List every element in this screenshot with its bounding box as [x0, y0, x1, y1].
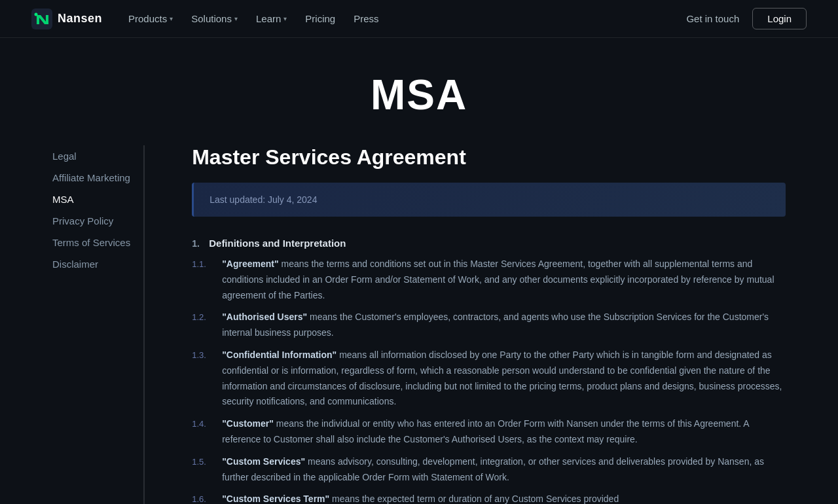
- page-title: MSA: [0, 71, 838, 119]
- subsection-term: "Custom Services Term": [222, 494, 329, 504]
- subsection-number: 1.2.: [192, 310, 215, 341]
- nav-links: Products ▾ Solutions ▾ Learn ▾ Pricing: [128, 13, 379, 24]
- logo[interactable]: Nansen: [31, 9, 102, 29]
- subsection-term: "Authorised Users": [222, 312, 307, 322]
- subsection-text: "Customer" means the individual or entit…: [222, 416, 786, 448]
- section-number: 1.: [192, 238, 205, 249]
- subsection-item: 1.4."Customer" means the individual or e…: [192, 416, 786, 448]
- subsection-term: "Confidential Information": [222, 350, 337, 360]
- svg-point-1: [35, 12, 38, 16]
- content-title: Master Services Agreement: [192, 145, 786, 170]
- chevron-down-icon: ▾: [170, 15, 173, 22]
- content-area: Master Services Agreement Last updated: …: [192, 145, 786, 504]
- subsection-text: "Custom Services Term" means the expecte…: [222, 492, 619, 504]
- subsection-term: "Agreement": [222, 259, 278, 269]
- last-updated-text: Last updated: July 4, 2024: [210, 194, 317, 205]
- nav-item-products[interactable]: Products ▾: [128, 13, 173, 24]
- navbar-right: Get in touch Login: [686, 8, 807, 29]
- subsection-term: "Customer": [222, 418, 274, 429]
- sidebar-item-msa[interactable]: MSA: [52, 189, 130, 210]
- subsection-text: "Confidential Information" means all inf…: [222, 348, 786, 410]
- subsection-item: 1.2."Authorised Users" means the Custome…: [192, 310, 786, 341]
- sidebar: Legal Affiliate Marketing MSA Privacy Po…: [52, 145, 143, 504]
- sidebar-divider: [143, 145, 145, 504]
- nav-link-learn[interactable]: Learn ▾: [256, 13, 287, 24]
- brand-name: Nansen: [58, 12, 102, 26]
- sidebar-item-terms-of-services[interactable]: Terms of Services: [52, 232, 130, 253]
- last-updated-box: Last updated: July 4, 2024: [192, 183, 786, 217]
- section-item: 1. Definitions and Interpretation 1.1."A…: [192, 238, 786, 504]
- subsection-item: 1.5."Custom Services" means advisory, co…: [192, 454, 786, 486]
- subsections-list: 1.1."Agreement" means the terms and cond…: [192, 257, 786, 504]
- nav-link-pricing[interactable]: Pricing: [305, 13, 335, 24]
- chevron-down-icon: ▾: [234, 15, 238, 22]
- subsection-number: 1.4.: [192, 416, 215, 448]
- page-title-section: MSA: [0, 38, 838, 145]
- chevron-down-icon: ▾: [283, 15, 287, 22]
- subsection-text: "Custom Services" means advisory, consul…: [222, 454, 786, 486]
- subsection-number: 1.1.: [192, 257, 215, 303]
- get-in-touch-link[interactable]: Get in touch: [686, 13, 739, 24]
- sidebar-item-disclaimer[interactable]: Disclaimer: [52, 253, 130, 275]
- subsection-item: 1.1."Agreement" means the terms and cond…: [192, 257, 786, 303]
- subsection-term: "Custom Services": [222, 456, 305, 467]
- login-button[interactable]: Login: [752, 8, 807, 29]
- navbar-left: Nansen Products ▾ Solutions ▾ Learn ▾: [31, 9, 379, 29]
- navbar: Nansen Products ▾ Solutions ▾ Learn ▾: [0, 0, 838, 38]
- section-heading: 1. Definitions and Interpretation: [192, 238, 786, 249]
- nav-item-press[interactable]: Press: [354, 13, 378, 24]
- nav-link-press[interactable]: Press: [354, 13, 378, 24]
- sidebar-item-legal[interactable]: Legal: [52, 145, 130, 167]
- nav-link-products[interactable]: Products ▾: [128, 13, 173, 24]
- nav-item-pricing[interactable]: Pricing: [305, 13, 335, 24]
- section-heading-text: Definitions and Interpretation: [209, 238, 346, 249]
- subsection-item: 1.3."Confidential Information" means all…: [192, 348, 786, 410]
- subsection-number: 1.5.: [192, 454, 215, 486]
- nav-item-learn[interactable]: Learn ▾: [256, 13, 287, 24]
- sidebar-wrapper: Legal Affiliate Marketing MSA Privacy Po…: [52, 145, 166, 504]
- subsection-number: 1.3.: [192, 348, 215, 410]
- sections-list: 1. Definitions and Interpretation 1.1."A…: [192, 238, 786, 504]
- subsection-text: "Authorised Users" means the Customer's …: [222, 310, 786, 341]
- nav-item-solutions[interactable]: Solutions ▾: [191, 13, 238, 24]
- subsection-item: 1.6."Custom Services Term" means the exp…: [192, 492, 786, 504]
- sidebar-item-privacy-policy[interactable]: Privacy Policy: [52, 210, 130, 232]
- nav-link-solutions[interactable]: Solutions ▾: [191, 13, 238, 24]
- nansen-logo-icon: [31, 9, 52, 29]
- subsection-text: "Agreement" means the terms and conditio…: [222, 257, 786, 303]
- subsection-number: 1.6.: [192, 492, 215, 504]
- sidebar-item-affiliate-marketing[interactable]: Affiliate Marketing: [52, 167, 130, 189]
- main-layout: Legal Affiliate Marketing MSA Privacy Po…: [26, 145, 812, 504]
